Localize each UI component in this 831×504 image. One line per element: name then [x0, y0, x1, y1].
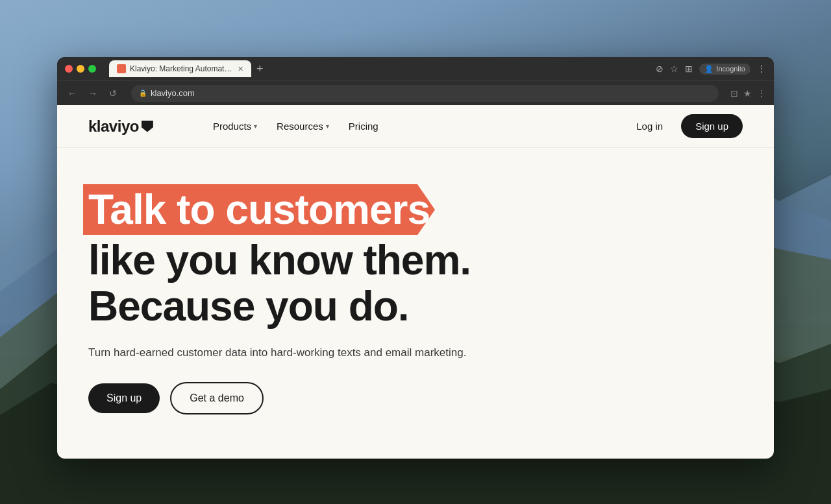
close-button[interactable]: [65, 65, 73, 73]
maximize-button[interactable]: [88, 65, 96, 73]
active-tab[interactable]: Klaviyo: Marketing Automation ✕: [109, 60, 251, 77]
more-icon[interactable]: ⋮: [757, 88, 766, 99]
browser-window: Klaviyo: Marketing Automation ✕ + ⊘ ☆ ⊞ …: [57, 57, 774, 459]
headline-highlighted-text: Talk to customers: [88, 186, 430, 233]
extension-icon[interactable]: ⊘: [656, 64, 664, 74]
nav-resources[interactable]: Resources ▾: [269, 117, 337, 136]
address-right-controls: ⊡ ★ ⋮: [730, 88, 766, 99]
incognito-badge: 👤 Incognito: [699, 64, 750, 75]
bookmark-icon[interactable]: ☆: [670, 64, 678, 74]
headline-highlight-block: Talk to customers: [88, 187, 430, 232]
headline-plain-line1: like you know them.: [88, 237, 743, 283]
lock-icon: 🔒: [139, 90, 147, 97]
nav-links: Products ▾ Resources ▾ Pricing: [205, 117, 386, 136]
traffic-lights: [65, 65, 96, 73]
tab-strip-icon[interactable]: ⊞: [685, 64, 693, 74]
star-icon[interactable]: ★: [743, 88, 752, 99]
headline-plain-line2: Because you do.: [88, 283, 743, 329]
back-button[interactable]: ←: [65, 87, 79, 100]
hero-headline: Talk to customers like you know them. Be…: [88, 187, 743, 329]
tab-favicon: [117, 64, 126, 73]
pricing-label: Pricing: [349, 121, 378, 132]
hero-section: Talk to customers like you know them. Be…: [57, 148, 774, 440]
login-button[interactable]: Log in: [628, 117, 671, 136]
new-tab-button[interactable]: +: [256, 63, 264, 75]
minimize-button[interactable]: [77, 65, 84, 73]
incognito-label: Incognito: [716, 65, 745, 73]
url-text: klaviyo.com: [151, 88, 195, 98]
address-bar: ← → ↺ 🔒 klaviyo.com ⊡ ★ ⋮: [57, 80, 774, 105]
menu-icon[interactable]: ⋮: [757, 64, 766, 74]
browser-controls-right: ⊘ ☆ ⊞ 👤 Incognito ⋮: [656, 64, 766, 75]
resources-chevron-icon: ▾: [326, 123, 329, 130]
products-chevron-icon: ▾: [254, 123, 257, 130]
resources-label: Resources: [277, 121, 323, 132]
nav-products[interactable]: Products ▾: [205, 117, 265, 136]
logo-mark: [142, 121, 153, 132]
site-logo[interactable]: klaviyo: [88, 117, 153, 136]
hero-demo-button[interactable]: Get a demo: [170, 382, 264, 414]
url-bar[interactable]: 🔒 klaviyo.com: [131, 85, 719, 102]
signup-button-nav[interactable]: Sign up: [681, 114, 743, 138]
site-navbar: klaviyo Products ▾ Resources ▾ Pricing L…: [57, 105, 774, 148]
cast-icon[interactable]: ⊡: [730, 88, 738, 99]
hero-buttons: Sign up Get a demo: [88, 382, 743, 414]
incognito-icon: 👤: [704, 65, 713, 73]
forward-button[interactable]: →: [86, 87, 100, 100]
page-content: klaviyo Products ▾ Resources ▾ Pricing L…: [57, 105, 774, 459]
tab-bar: Klaviyo: Marketing Automation ✕ +: [109, 60, 651, 77]
products-label: Products: [213, 121, 251, 132]
tab-title: Klaviyo: Marketing Automation: [130, 64, 234, 73]
nav-pricing[interactable]: Pricing: [341, 117, 386, 136]
reload-button[interactable]: ↺: [106, 87, 119, 100]
hero-signup-button[interactable]: Sign up: [88, 383, 160, 413]
title-bar: Klaviyo: Marketing Automation ✕ + ⊘ ☆ ⊞ …: [57, 57, 774, 80]
logo-text: klaviyo: [88, 117, 139, 136]
tab-close-icon[interactable]: ✕: [238, 65, 243, 73]
hero-subtext: Turn hard-earned customer data into hard…: [88, 344, 743, 361]
nav-actions: Log in Sign up: [628, 114, 743, 138]
